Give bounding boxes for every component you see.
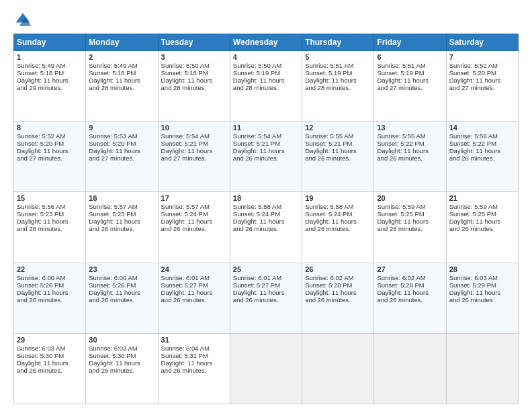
- daylight-label: Daylight: 11 hours: [377, 147, 429, 154]
- sunrise-label: Sunrise: 5:50 AM: [233, 62, 281, 69]
- daylight-mins: and 26 minutes.: [233, 154, 279, 162]
- daylight-mins: and 26 minutes.: [17, 367, 62, 374]
- sunrise-label: Sunrise: 5:59 AM: [377, 203, 425, 210]
- calendar-cell: 21 Sunrise: 5:59 AM Sunset: 5:25 PM Dayl…: [446, 192, 518, 263]
- daylight-mins: and 26 minutes.: [233, 296, 279, 304]
- calendar-cell: 26 Sunrise: 6:02 AM Sunset: 5:28 PM Dayl…: [302, 263, 374, 333]
- calendar-week-3: 15 Sunrise: 5:56 AM Sunset: 5:23 PM Dayl…: [14, 192, 519, 263]
- calendar-cell: 27 Sunrise: 6:02 AM Sunset: 5:28 PM Dayl…: [374, 263, 446, 333]
- calendar-cell: 6 Sunrise: 5:51 AM Sunset: 5:19 PM Dayli…: [374, 51, 446, 122]
- day-number: 14: [449, 124, 515, 132]
- day-number: 12: [305, 124, 371, 132]
- daylight-label: Daylight: 11 hours: [161, 147, 213, 154]
- sunset-label: Sunset: 5:22 PM: [449, 140, 496, 147]
- calendar-cell: 8 Sunrise: 5:52 AM Sunset: 5:20 PM Dayli…: [14, 122, 86, 192]
- daylight-label: Daylight: 11 hours: [305, 77, 357, 84]
- sunrise-label: Sunrise: 5:53 AM: [89, 132, 137, 140]
- day-number: 2: [89, 53, 154, 61]
- daylight-mins: and 26 minutes.: [17, 296, 62, 304]
- daylight-mins: and 28 minutes.: [161, 84, 207, 91]
- calendar-cell: 3 Sunrise: 5:50 AM Sunset: 5:18 PM Dayli…: [158, 51, 230, 122]
- daylight-mins: and 26 minutes.: [377, 154, 423, 162]
- sunset-label: Sunset: 5:31 PM: [161, 352, 208, 359]
- daylight-label: Daylight: 11 hours: [89, 359, 140, 367]
- sunset-label: Sunset: 5:25 PM: [377, 210, 424, 218]
- daylight-label: Daylight: 11 hours: [233, 147, 285, 154]
- calendar-cell: 10 Sunrise: 5:54 AM Sunset: 5:21 PM Dayl…: [158, 122, 230, 192]
- header: [13, 11, 519, 30]
- sunrise-label: Sunrise: 5:50 AM: [161, 62, 210, 69]
- calendar-cell: [302, 333, 374, 404]
- sunset-label: Sunset: 5:28 PM: [305, 281, 352, 289]
- sunrise-label: Sunrise: 6:01 AM: [161, 274, 210, 281]
- sunrise-label: Sunrise: 5:54 AM: [233, 132, 281, 140]
- sunset-label: Sunset: 5:24 PM: [233, 210, 280, 218]
- daylight-mins: and 26 minutes.: [305, 225, 351, 232]
- day-number: 7: [449, 53, 515, 61]
- sunrise-label: Sunrise: 5:55 AM: [377, 132, 425, 140]
- sunrise-label: Sunrise: 6:03 AM: [17, 345, 65, 352]
- calendar-cell: 12 Sunrise: 5:55 AM Sunset: 5:21 PM Dayl…: [302, 122, 374, 192]
- sunset-label: Sunset: 5:25 PM: [449, 210, 496, 218]
- sunset-label: Sunset: 5:30 PM: [17, 352, 64, 359]
- sunset-label: Sunset: 5:18 PM: [17, 69, 64, 77]
- daylight-label: Daylight: 11 hours: [89, 218, 140, 225]
- sunrise-label: Sunrise: 5:59 AM: [449, 203, 498, 210]
- sunset-label: Sunset: 5:27 PM: [161, 281, 208, 289]
- calendar-cell: 17 Sunrise: 5:57 AM Sunset: 5:24 PM Dayl…: [158, 192, 230, 263]
- calendar-week-5: 29 Sunrise: 6:03 AM Sunset: 5:30 PM Dayl…: [14, 333, 519, 404]
- day-number: 16: [89, 194, 154, 202]
- col-header-monday: Monday: [86, 34, 158, 51]
- daylight-mins: and 26 minutes.: [89, 296, 134, 304]
- day-number: 19: [305, 194, 371, 202]
- sunset-label: Sunset: 5:24 PM: [305, 210, 352, 218]
- sunset-label: Sunset: 5:23 PM: [89, 210, 136, 218]
- day-number: 15: [17, 194, 83, 202]
- daylight-mins: and 26 minutes.: [17, 225, 62, 232]
- daylight-mins: and 26 minutes.: [161, 225, 207, 232]
- day-number: 4: [233, 53, 299, 61]
- sunrise-label: Sunrise: 6:02 AM: [305, 274, 353, 281]
- day-number: 22: [17, 265, 83, 273]
- page: SundayMondayTuesdayWednesdayThursdayFrid…: [0, 0, 532, 411]
- daylight-mins: and 26 minutes.: [305, 296, 351, 304]
- sunset-label: Sunset: 5:22 PM: [377, 140, 424, 147]
- sunset-label: Sunset: 5:20 PM: [17, 140, 64, 147]
- calendar-cell: 30 Sunrise: 6:03 AM Sunset: 5:30 PM Dayl…: [86, 333, 158, 404]
- day-number: 20: [377, 194, 443, 202]
- daylight-label: Daylight: 11 hours: [17, 359, 69, 367]
- daylight-label: Daylight: 11 hours: [449, 218, 501, 225]
- sunset-label: Sunset: 5:21 PM: [305, 140, 352, 147]
- daylight-mins: and 27 minutes.: [17, 154, 62, 162]
- calendar-cell: 5 Sunrise: 5:51 AM Sunset: 5:19 PM Dayli…: [302, 51, 374, 122]
- sunrise-label: Sunrise: 5:57 AM: [89, 203, 137, 210]
- day-number: 27: [377, 265, 443, 273]
- sunrise-label: Sunrise: 5:51 AM: [377, 62, 425, 69]
- calendar-cell: 13 Sunrise: 5:55 AM Sunset: 5:22 PM Dayl…: [374, 122, 446, 192]
- day-number: 24: [161, 265, 227, 273]
- daylight-mins: and 26 minutes.: [449, 225, 495, 232]
- col-header-sunday: Sunday: [14, 34, 86, 51]
- daylight-mins: and 27 minutes.: [449, 84, 495, 91]
- calendar-cell: 18 Sunrise: 5:58 AM Sunset: 5:24 PM Dayl…: [230, 192, 302, 263]
- sunrise-label: Sunrise: 6:02 AM: [377, 274, 425, 281]
- calendar-cell: 7 Sunrise: 5:52 AM Sunset: 5:20 PM Dayli…: [446, 51, 518, 122]
- daylight-mins: and 26 minutes.: [233, 225, 279, 232]
- daylight-label: Daylight: 11 hours: [305, 289, 357, 296]
- daylight-label: Daylight: 11 hours: [161, 218, 213, 225]
- daylight-label: Daylight: 11 hours: [233, 218, 285, 225]
- col-header-thursday: Thursday: [302, 34, 374, 51]
- daylight-mins: and 26 minutes.: [377, 225, 423, 232]
- day-number: 1: [17, 53, 83, 61]
- daylight-mins: and 27 minutes.: [377, 84, 423, 91]
- day-number: 9: [89, 124, 154, 132]
- sunrise-label: Sunrise: 5:55 AM: [305, 132, 353, 140]
- daylight-label: Daylight: 11 hours: [17, 218, 69, 225]
- sunrise-label: Sunrise: 6:03 AM: [89, 345, 137, 352]
- sunrise-label: Sunrise: 5:54 AM: [161, 132, 210, 140]
- col-header-friday: Friday: [374, 34, 446, 51]
- day-number: 11: [233, 124, 299, 132]
- calendar-cell: 11 Sunrise: 5:54 AM Sunset: 5:21 PM Dayl…: [230, 122, 302, 192]
- calendar-cell: [374, 333, 446, 404]
- sunset-label: Sunset: 5:19 PM: [377, 69, 424, 77]
